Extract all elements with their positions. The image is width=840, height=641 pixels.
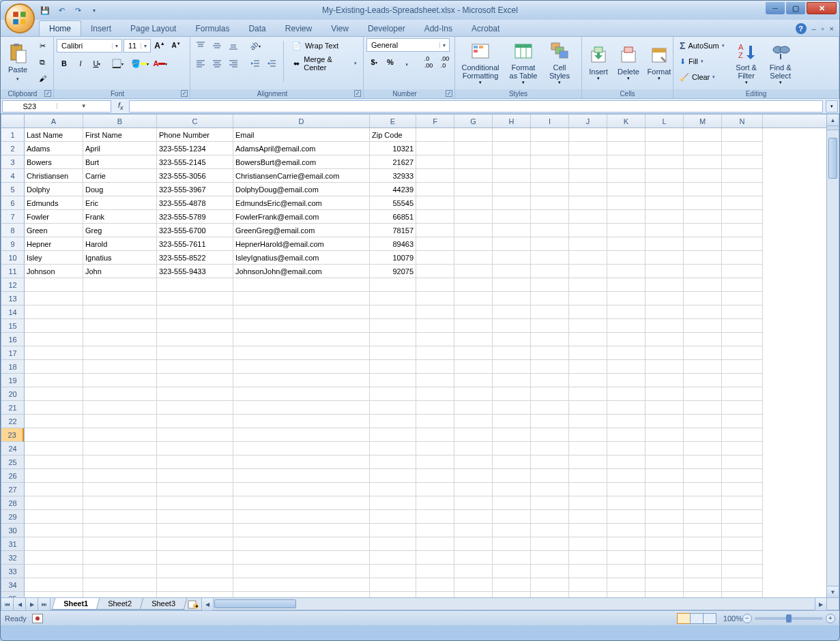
- cell[interactable]: [454, 333, 493, 346]
- cell[interactable]: [25, 565, 83, 578]
- cell[interactable]: [684, 374, 722, 387]
- cell[interactable]: BowersBurt@email.com: [233, 155, 370, 169]
- cell[interactable]: [157, 401, 233, 415]
- cell[interactable]: [416, 360, 454, 374]
- cell[interactable]: Burt: [83, 155, 157, 169]
- cell[interactable]: Johnson: [25, 265, 83, 278]
- cell[interactable]: [684, 155, 722, 169]
- percent-button[interactable]: %: [383, 55, 398, 70]
- cell[interactable]: [607, 292, 646, 305]
- cell[interactable]: [531, 456, 569, 469]
- cell[interactable]: [25, 551, 83, 565]
- row-header[interactable]: 21: [1, 401, 24, 415]
- cell[interactable]: [646, 592, 684, 597]
- cell[interactable]: [25, 401, 83, 415]
- cell[interactable]: [493, 496, 531, 510]
- cell[interactable]: Edmunds: [25, 196, 83, 210]
- cell[interactable]: 89463: [370, 237, 416, 251]
- col-header[interactable]: A: [25, 115, 83, 128]
- cell[interactable]: 323-555-8522: [157, 251, 233, 265]
- cell[interactable]: [493, 278, 531, 292]
- cell[interactable]: [607, 565, 646, 578]
- close-button[interactable]: ✕: [807, 2, 837, 14]
- cell[interactable]: [569, 565, 607, 578]
- cell[interactable]: [83, 278, 157, 292]
- cell[interactable]: [493, 142, 531, 155]
- cell[interactable]: [454, 346, 493, 360]
- find-select-button[interactable]: Find & Select▾: [765, 38, 796, 87]
- cell[interactable]: 32933: [370, 169, 416, 183]
- hscroll-thumb[interactable]: [214, 599, 296, 608]
- cell[interactable]: [157, 387, 233, 401]
- cell[interactable]: [157, 551, 233, 565]
- cell[interactable]: [684, 483, 722, 496]
- row-header[interactable]: 8: [1, 224, 24, 237]
- cell[interactable]: [83, 565, 157, 578]
- cell[interactable]: [607, 265, 646, 278]
- cell[interactable]: [83, 305, 157, 319]
- cell[interactable]: [83, 292, 157, 305]
- cell[interactable]: [454, 537, 493, 551]
- cell[interactable]: [493, 592, 531, 597]
- cell[interactable]: 44239: [370, 183, 416, 196]
- cell[interactable]: [83, 469, 157, 483]
- cell[interactable]: EdmundsEric@email.com: [233, 196, 370, 210]
- cell[interactable]: [684, 496, 722, 510]
- normal-view-button[interactable]: [677, 613, 691, 624]
- cell[interactable]: [684, 196, 722, 210]
- cell[interactable]: [569, 319, 607, 333]
- cell[interactable]: [454, 578, 493, 592]
- cell[interactable]: [370, 415, 416, 428]
- col-header[interactable]: K: [607, 115, 646, 128]
- cell[interactable]: [454, 387, 493, 401]
- cell[interactable]: [722, 456, 763, 469]
- col-header[interactable]: I: [531, 115, 569, 128]
- sheet-tab-sheet3[interactable]: Sheet3: [140, 598, 187, 610]
- zoom-level[interactable]: 100%: [723, 614, 742, 623]
- cell[interactable]: [370, 469, 416, 483]
- cell[interactable]: 323-555-4878: [157, 196, 233, 210]
- cell[interactable]: [493, 524, 531, 537]
- cell[interactable]: [370, 401, 416, 415]
- cell[interactable]: [531, 346, 569, 360]
- cell-styles-button[interactable]: Cell Styles▾: [544, 38, 575, 87]
- cell[interactable]: [370, 387, 416, 401]
- tab-formulas[interactable]: Formulas: [186, 21, 239, 36]
- cell[interactable]: [157, 428, 233, 442]
- cell[interactable]: [233, 319, 370, 333]
- cell[interactable]: [569, 415, 607, 428]
- row-header[interactable]: 22: [1, 415, 24, 428]
- cell[interactable]: [722, 278, 763, 292]
- cell[interactable]: [416, 183, 454, 196]
- cell[interactable]: [646, 565, 684, 578]
- cell[interactable]: [531, 319, 569, 333]
- cell[interactable]: [83, 537, 157, 551]
- cell[interactable]: [25, 387, 83, 401]
- save-button[interactable]: 💾: [39, 4, 51, 16]
- cell[interactable]: [722, 251, 763, 265]
- cell[interactable]: [569, 196, 607, 210]
- cell[interactable]: April: [83, 142, 157, 155]
- vertical-scrollbar[interactable]: ▲ ▼: [826, 115, 839, 597]
- cell[interactable]: [722, 428, 763, 442]
- cell[interactable]: [493, 456, 531, 469]
- cell[interactable]: [83, 456, 157, 469]
- format-cells-button[interactable]: Format▾: [645, 38, 674, 87]
- cell[interactable]: [569, 401, 607, 415]
- cell[interactable]: [722, 346, 763, 360]
- cell[interactable]: [607, 305, 646, 319]
- cell[interactable]: [157, 360, 233, 374]
- cell[interactable]: [607, 251, 646, 265]
- increase-indent-button[interactable]: [264, 56, 279, 71]
- cell[interactable]: [83, 592, 157, 597]
- cell[interactable]: [370, 346, 416, 360]
- cell[interactable]: [493, 469, 531, 483]
- cut-button[interactable]: ✂: [35, 38, 50, 53]
- cell[interactable]: [531, 142, 569, 155]
- cell[interactable]: [157, 415, 233, 428]
- cell[interactable]: [531, 292, 569, 305]
- scroll-left-icon[interactable]: ◀: [202, 598, 214, 610]
- cell[interactable]: [569, 265, 607, 278]
- wrap-text-button[interactable]: 📄Wrap Text: [288, 38, 360, 53]
- cell[interactable]: [370, 333, 416, 346]
